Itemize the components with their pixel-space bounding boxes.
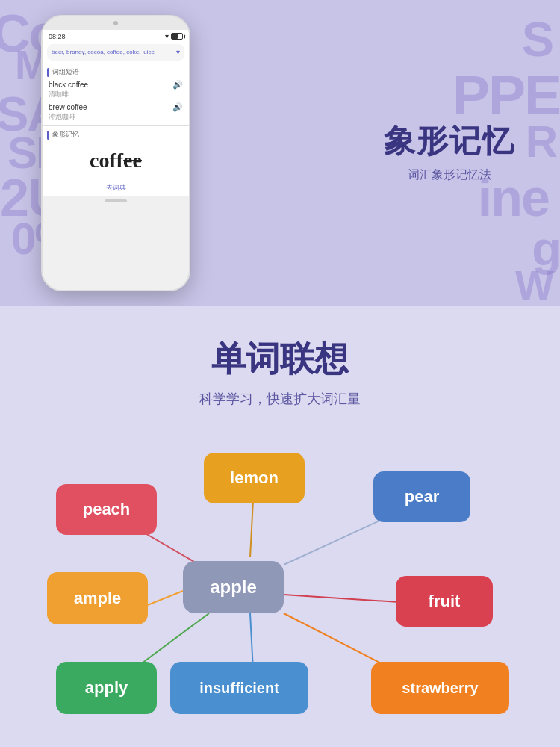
node-apple-center: apple: [183, 561, 284, 613]
top-right-info: 象形记忆 词汇象形记忆法: [384, 123, 515, 183]
svg-line-3: [146, 591, 183, 606]
vocab-en-1: black coffee 🔊: [49, 80, 183, 90]
vocab-cn-2: 冲泡咖啡: [49, 112, 183, 122]
wifi-icon: ▾: [165, 32, 169, 40]
bottom-section: 单词联想 科学学习，快速扩大词汇量 peach: [0, 306, 560, 747]
phone-notch: [43, 16, 189, 30]
node-apply: apply: [56, 662, 157, 714]
section1-label: 词组短语: [52, 67, 79, 77]
goto-dict-link[interactable]: 去词典: [43, 180, 189, 196]
section2-label: 象形记忆: [52, 130, 79, 140]
phone-camera: [113, 21, 118, 25]
section-bar2-icon: [47, 131, 49, 140]
svg-line-4: [284, 595, 399, 602]
phone-screen: 08:28 ▾ beer, brandy, cocoa, coffee, cok…: [43, 30, 189, 196]
node-ample: ample: [47, 572, 148, 624]
bg-decoration: R: [526, 120, 556, 164]
vocab-item-2: brew coffee 🔊 冲泡咖啡: [43, 101, 189, 123]
bottom-title: 单词联想: [15, 336, 545, 382]
battery-icon: [171, 33, 183, 40]
status-icons: ▾: [165, 32, 183, 40]
divider: [43, 63, 189, 63]
section-bar-icon: [47, 68, 49, 77]
node-insufficient: insufficient: [170, 662, 308, 714]
divider2: [43, 125, 189, 126]
phone-home-button[interactable]: [105, 199, 127, 202]
phone-time: 08:28: [49, 33, 66, 40]
status-bar: 08:28 ▾: [43, 30, 189, 43]
section-vocab: 词组短语: [43, 66, 189, 78]
dropdown-arrow-icon: ▾: [176, 47, 180, 58]
section-memory: 象形记忆: [43, 128, 189, 141]
node-lemon: lemon: [204, 453, 305, 503]
word-map: peach lemon pear ample apple fruit apply…: [26, 445, 534, 747]
search-words: beer, brandy, cocoa, coffee, coke, juice: [52, 48, 155, 57]
phone-mockup: 08:28 ▾ beer, brandy, cocoa, coffee, cok…: [41, 15, 190, 291]
bottom-subtitle: 科学学习，快速扩大词汇量: [15, 390, 545, 408]
sound-icon-2[interactable]: 🔊: [172, 102, 183, 112]
memory-word-display: coffee: [47, 143, 184, 179]
node-strawberry: strawberry: [371, 662, 509, 714]
vocab-en-2: brew coffee 🔊: [49, 102, 183, 112]
phone-body: 08:28 ▾ beer, brandy, cocoa, coffee, cok…: [41, 15, 190, 291]
top-subtitle: 词汇象形记忆法: [384, 168, 515, 184]
vocab-cn-1: 清咖啡: [49, 90, 183, 99]
search-bar[interactable]: beer, brandy, cocoa, coffee, coke, juice…: [47, 44, 184, 61]
node-pear: pear: [373, 471, 470, 522]
vocab-item-1: black coffee 🔊 清咖啡: [43, 78, 189, 101]
bg-decoration: S: [522, 15, 553, 63]
top-title: 象形记忆: [384, 123, 515, 160]
top-section: Coac MUS SAU SER 2UN 0% S PPE R ine g W …: [0, 0, 560, 306]
node-fruit: fruit: [396, 576, 493, 627]
bg-decoration: PPE: [452, 67, 560, 123]
search-bar-row: beer, brandy, cocoa, coffee, coke, juice…: [52, 47, 180, 58]
sound-icon-1[interactable]: 🔊: [172, 80, 183, 90]
node-peach: peach: [56, 484, 157, 535]
memory-section: coffee: [43, 141, 189, 180]
bg-decoration: W: [515, 265, 553, 306]
